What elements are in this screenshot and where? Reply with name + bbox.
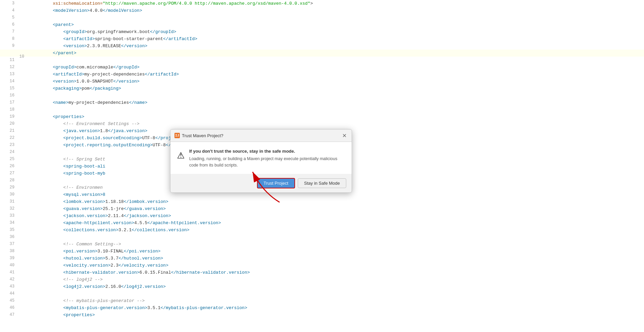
trust-project-button[interactable]: Trust Project — [257, 178, 295, 188]
modal-content-row: ⚠️ If you don't trust the source, stay i… — [177, 149, 345, 169]
modal-overlay: IJ Trust Maven Project? ✕ ⚠️ If you don'… — [0, 0, 644, 332]
stay-in-safe-mode-button[interactable]: Stay in Safe Mode — [298, 178, 346, 188]
editor-container: 3 xsi:schemaLocation="http://maven.apach… — [0, 0, 644, 332]
modal-body: ⚠️ If you don't trust the source, stay i… — [170, 142, 352, 174]
modal-title-left: IJ Trust Maven Project? — [174, 133, 223, 138]
modal-headline: If you don't trust the source, stay in t… — [189, 149, 345, 154]
modal-footer: Trust Project Stay in Safe Mode — [170, 174, 352, 192]
modal-titlebar: IJ Trust Maven Project? ✕ — [170, 129, 352, 142]
modal-close-button[interactable]: ✕ — [341, 132, 348, 139]
warning-triangle-icon: ⚠️ — [177, 149, 185, 161]
modal-text-section: If you don't trust the source, stay in t… — [189, 149, 345, 169]
trust-project-dialog: IJ Trust Maven Project? ✕ ⚠️ If you don'… — [170, 129, 352, 193]
modal-description: Loading, running, or building a Maven pr… — [189, 156, 345, 169]
modal-title: Trust Maven Project? — [182, 133, 223, 138]
intellij-app-icon: IJ — [174, 133, 180, 138]
